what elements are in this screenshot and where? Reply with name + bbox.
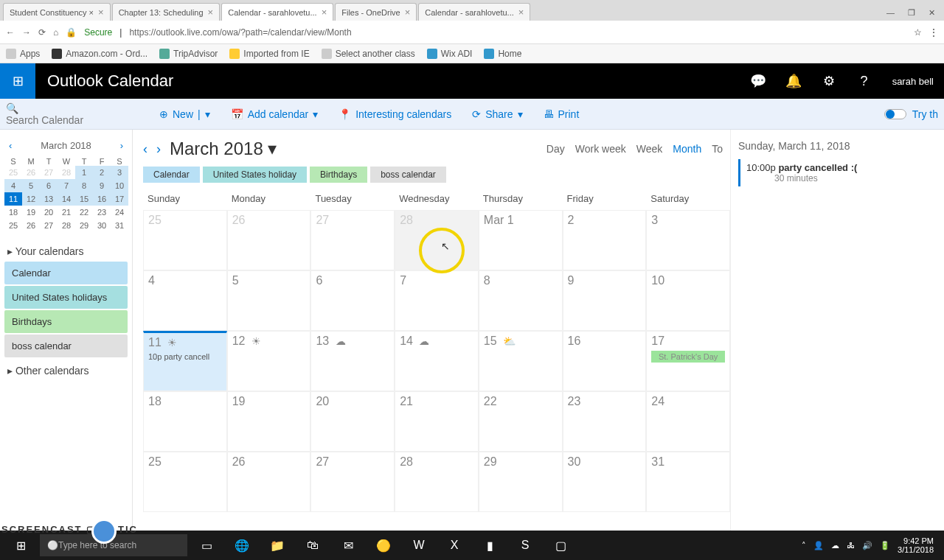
day-cell[interactable]: 25: [143, 452, 227, 512]
mini-month-label[interactable]: March 2018: [41, 140, 91, 151]
chrome-icon[interactable]: 🟡: [367, 532, 400, 559]
restore-button[interactable]: ❐: [908, 8, 915, 18]
apps-button[interactable]: Apps: [6, 49, 40, 59]
onedrive-icon[interactable]: ☁: [831, 541, 839, 550]
day-cell[interactable]: 10: [646, 270, 730, 331]
agenda-event[interactable]: 10:00p party cancelled :( 30 minutes: [738, 159, 937, 186]
minimize-button[interactable]: —: [886, 8, 895, 18]
user-label[interactable]: sarah bell: [882, 76, 944, 87]
tab-chapter[interactable]: Chapter 13: Scheduling×: [112, 3, 221, 21]
day-cell[interactable]: 7: [395, 270, 479, 331]
try-toggle[interactable]: [884, 109, 906, 119]
bookmark-select[interactable]: Select another class: [322, 49, 415, 59]
day-cell[interactable]: 12 ☀: [227, 331, 311, 391]
forward-button[interactable]: →: [22, 27, 31, 38]
app2-icon[interactable]: ▢: [544, 532, 577, 559]
day-cell[interactable]: 29: [479, 452, 563, 512]
day-cell[interactable]: 20: [310, 391, 395, 452]
tab-files[interactable]: Files - OneDrive×: [335, 3, 417, 21]
battery-icon[interactable]: 🔋: [880, 541, 890, 550]
explorer-icon[interactable]: 📁: [261, 532, 294, 559]
close-button[interactable]: ✕: [929, 8, 935, 18]
day-cell[interactable]: 5: [227, 270, 311, 331]
view-workweek[interactable]: Work week: [575, 143, 626, 155]
calendar-chip[interactable]: Birthdays: [310, 167, 367, 183]
calendar-item[interactable]: Birthdays: [4, 310, 128, 333]
view-week[interactable]: Week: [636, 143, 663, 155]
close-icon[interactable]: ×: [518, 7, 524, 18]
day-cell[interactable]: 8: [479, 270, 563, 331]
help-icon[interactable]: ?: [847, 63, 882, 99]
search-input[interactable]: [6, 114, 124, 126]
day-cell[interactable]: 19: [227, 391, 311, 452]
day-cell[interactable]: 26: [227, 452, 311, 512]
day-cell[interactable]: 16: [563, 331, 647, 391]
bell-icon[interactable]: 🔔: [776, 63, 811, 99]
day-cell[interactable]: 27: [310, 452, 395, 512]
calendar-chip[interactable]: Calendar: [143, 167, 200, 183]
calendar-item[interactable]: boss calendar: [4, 335, 128, 357]
start-button[interactable]: ⊞: [4, 532, 37, 559]
tab-calendar[interactable]: Calendar - sarahlovetu...×: [221, 3, 333, 21]
day-cell[interactable]: 17St. Patrick's Day: [646, 331, 730, 391]
share-button[interactable]: ⟳Share▾: [472, 108, 522, 120]
day-cell[interactable]: 27: [310, 210, 395, 270]
clock[interactable]: 9:42 PM 3/11/2018: [898, 536, 934, 554]
day-cell[interactable]: 13 ☁: [310, 331, 395, 391]
month-next[interactable]: ›: [156, 141, 161, 157]
day-cell[interactable]: 31: [646, 452, 730, 512]
word-icon[interactable]: W: [403, 532, 435, 559]
close-icon[interactable]: ×: [98, 7, 104, 18]
skype-icon[interactable]: S: [509, 532, 541, 559]
excel-icon[interactable]: X: [438, 532, 471, 559]
bookmark-home[interactable]: Home: [484, 49, 521, 59]
app-launcher-icon[interactable]: ⊞: [0, 63, 35, 99]
tray-up-icon[interactable]: ˄: [802, 541, 806, 550]
your-calendars-header[interactable]: ▸ Your calendars: [4, 239, 128, 262]
day-cell[interactable]: 11 ☀10p party cancell: [143, 331, 227, 391]
star-icon[interactable]: ☆: [914, 27, 922, 38]
close-icon[interactable]: ×: [322, 7, 327, 18]
view-today[interactable]: To: [712, 143, 723, 155]
mail-icon[interactable]: ✉: [332, 532, 364, 559]
mini-next[interactable]: ›: [120, 140, 123, 151]
reload-button[interactable]: ⟳: [38, 27, 46, 38]
url-field[interactable]: https://outlook.live.com/owa/?path=/cale…: [129, 27, 906, 38]
day-cell[interactable]: 25: [143, 210, 227, 270]
close-icon[interactable]: ×: [405, 7, 411, 18]
add-calendar-button[interactable]: 📅Add calendar▾: [231, 108, 319, 120]
day-cell[interactable]: 26: [227, 210, 311, 270]
day-cell[interactable]: 30: [563, 452, 647, 512]
bookmark-imported[interactable]: Imported from IE: [229, 49, 309, 59]
day-cell[interactable]: 14 ☁: [395, 331, 479, 391]
system-tray[interactable]: ˄ 👤 ☁ 🖧 🔊 🔋 9:42 PM 3/11/2018: [802, 536, 940, 554]
calendar-chip[interactable]: boss calendar: [370, 167, 446, 183]
app-icon[interactable]: ▮: [473, 532, 506, 559]
task-view-icon[interactable]: ▭: [190, 532, 223, 559]
bookmark-amazon[interactable]: Amazon.com - Ord...: [52, 49, 148, 59]
day-cell[interactable]: 23: [563, 391, 647, 452]
menu-icon[interactable]: ⋮: [929, 27, 938, 38]
calendar-item[interactable]: Calendar: [4, 262, 128, 284]
calendar-item[interactable]: United States holidays: [4, 286, 128, 309]
bookmark-wix[interactable]: Wix ADI: [427, 49, 473, 59]
day-cell[interactable]: 18: [143, 391, 227, 452]
calendar-chip[interactable]: United States holiday: [203, 167, 307, 183]
day-cell[interactable]: Mar 1: [479, 210, 563, 270]
view-month[interactable]: Month: [673, 143, 701, 155]
day-cell[interactable]: 2: [563, 210, 647, 270]
view-day[interactable]: Day: [546, 143, 565, 155]
back-button[interactable]: ←: [6, 27, 15, 38]
mini-calendar[interactable]: SMTWTFS 25262728123456789101112131415161…: [4, 157, 128, 232]
volume-icon[interactable]: 🔊: [862, 541, 872, 550]
print-button[interactable]: 🖶Print: [544, 108, 580, 120]
home-button[interactable]: ⌂: [53, 27, 58, 38]
month-prev[interactable]: ‹: [143, 141, 148, 157]
tab-calendar2[interactable]: Calendar - sarahlovetu...×: [418, 3, 530, 21]
new-button[interactable]: ⊕New|▾: [159, 108, 210, 120]
people-icon[interactable]: 👤: [813, 541, 824, 550]
day-cell[interactable]: 24: [646, 391, 730, 452]
network-icon[interactable]: 🖧: [847, 541, 855, 550]
day-cell[interactable]: 21: [395, 391, 479, 452]
month-title[interactable]: March 2018 ▾: [170, 139, 277, 159]
